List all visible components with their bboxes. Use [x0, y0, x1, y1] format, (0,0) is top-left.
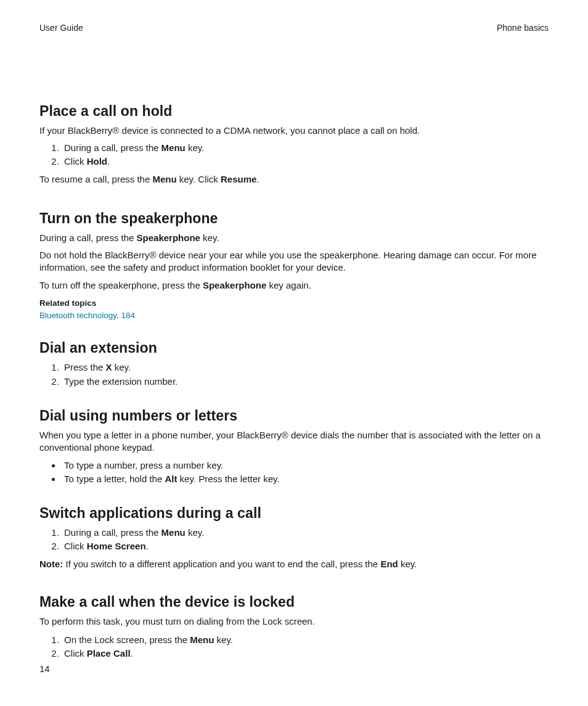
step-item: During a call, press the Menu key. [62, 142, 549, 154]
text: To type a letter, hold the [64, 474, 165, 484]
body-text: During a call, press the Speakerphone ke… [39, 232, 549, 244]
text: . [256, 174, 259, 184]
note-label: Note: [39, 559, 63, 569]
step-item: Click Hold. [62, 155, 549, 168]
text: key. Click [177, 174, 221, 184]
body-text: If your BlackBerry® device is connected … [39, 125, 549, 137]
bold-text: Resume [221, 174, 256, 184]
text: During a call, press the [64, 527, 161, 538]
bullet-item: To type a number, press a number key. [62, 459, 549, 472]
body-text: Do not hold the BlackBerry® device near … [39, 249, 549, 274]
related-topic-link[interactable]: Bluetooth technology, 184 [39, 310, 549, 321]
bold-text: End [380, 559, 398, 569]
bold-text: Alt [165, 474, 177, 484]
text: Click [64, 541, 87, 551]
page-header: User Guide Phone basics [39, 22, 549, 34]
bold-text: Menu [161, 527, 186, 538]
step-item: Type the extension number. [62, 376, 549, 388]
bold-text: Home Screen [87, 541, 146, 551]
header-right: Phone basics [497, 22, 549, 34]
section-heading-speakerphone: Turn on the speakerphone [39, 209, 549, 228]
text: key. [186, 527, 205, 538]
section-heading-switch-apps: Switch applications during a call [39, 504, 549, 523]
bold-text: Menu [190, 634, 214, 645]
body-text: When you type a letter in a phone number… [39, 429, 549, 454]
body-text: To turn off the speakerphone, press the … [39, 279, 549, 292]
ordered-steps: On the Lock screen, press the Menu key. … [39, 634, 549, 660]
document-page: User Guide Phone basics Place a call on … [0, 0, 588, 706]
text: . [107, 156, 110, 166]
step-item: Press the X key. [62, 361, 549, 374]
ordered-steps: During a call, press the Menu key. Click… [39, 142, 549, 168]
text: key. [200, 232, 219, 243]
step-item: On the Lock screen, press the Menu key. [62, 634, 549, 646]
section-heading-hold: Place a call on hold [39, 102, 549, 121]
text: . [131, 648, 133, 659]
text: During a call, press the [39, 232, 137, 243]
bold-text: Hold [87, 156, 107, 166]
text: key. Press the letter key. [177, 474, 279, 484]
section-heading-extension: Dial an extension [39, 339, 549, 358]
bullet-list: To type a number, press a number key. To… [39, 459, 549, 486]
text: key. [112, 362, 131, 372]
ordered-steps: Press the X key. Type the extension numb… [39, 361, 549, 388]
header-left: User Guide [39, 22, 83, 34]
note-text: Note: If you switch to a different appli… [39, 558, 549, 570]
text: Press the [64, 362, 106, 372]
bold-text: X [106, 362, 112, 372]
body-text: To perform this task, you must turn on d… [39, 615, 549, 628]
section-heading-locked-call: Make a call when the device is locked [39, 593, 549, 612]
bold-text: Speakerphone [203, 280, 266, 290]
bold-text: Menu [152, 174, 176, 184]
text: On the Lock screen, press the [64, 634, 190, 645]
ordered-steps: During a call, press the Menu key. Click… [39, 527, 549, 553]
text: During a call, press the [64, 142, 161, 153]
bold-text: Place Call [87, 648, 131, 659]
step-item: Click Home Screen. [62, 540, 549, 552]
text: Click [64, 156, 87, 166]
text: To resume a call, press the [39, 174, 152, 184]
text: key. [398, 559, 417, 569]
text: If you switch to a different application… [63, 559, 380, 569]
text: key. [214, 634, 233, 645]
bullet-item: To type a letter, hold the Alt key. Pres… [62, 473, 549, 485]
text: Click [64, 648, 87, 659]
body-text: To resume a call, press the Menu key. Cl… [39, 173, 549, 186]
text: To turn off the speakerphone, press the [39, 280, 203, 290]
text: key. [186, 142, 205, 153]
bold-text: Menu [161, 142, 186, 153]
step-item: Click Place Call. [62, 647, 549, 660]
text: . [146, 541, 149, 551]
bold-text: Speakerphone [137, 232, 200, 243]
step-item: During a call, press the Menu key. [62, 527, 549, 539]
page-number: 14 [39, 663, 50, 675]
section-heading-numbers-letters: Dial using numbers or letters [39, 406, 549, 425]
related-topics-heading: Related topics [39, 298, 549, 309]
text: key again. [266, 280, 311, 290]
